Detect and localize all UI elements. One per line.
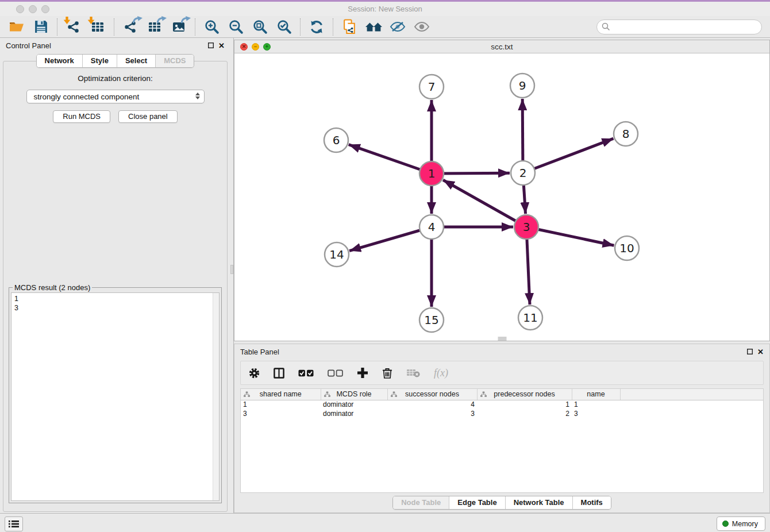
titlebar: Session: New Session xyxy=(0,2,770,16)
float-table-panel-icon[interactable] xyxy=(747,349,753,354)
graph-node-10[interactable]: 10 xyxy=(615,236,639,260)
column-header-name[interactable]: name xyxy=(572,389,620,400)
cell-successor-nodes[interactable]: 4 xyxy=(387,400,477,409)
open-session-icon[interactable] xyxy=(7,18,26,36)
network-view-window: ✕ − + scc.txt 7968124314101511 xyxy=(234,40,770,341)
tab-motifs[interactable]: Motifs xyxy=(572,496,611,509)
graph-edge-1-6[interactable] xyxy=(349,145,432,174)
tab-select[interactable]: Select xyxy=(117,55,155,67)
graph-node-1[interactable]: 1 xyxy=(419,161,444,186)
zoom-in-icon[interactable] xyxy=(202,18,221,36)
memory-status-icon xyxy=(722,521,729,527)
deselect-all-icon[interactable] xyxy=(328,369,343,377)
gear-icon[interactable] xyxy=(249,368,260,379)
close-panel-icon[interactable]: ✕ xyxy=(218,42,225,49)
graph-edge-2-8[interactable] xyxy=(523,138,613,173)
graph-node-9[interactable]: 9 xyxy=(510,74,534,98)
hide-details-icon[interactable] xyxy=(388,18,407,36)
zoom-fit-icon[interactable] xyxy=(250,18,270,36)
search-input[interactable] xyxy=(596,20,762,34)
add-row-icon[interactable] xyxy=(357,367,368,379)
graph-edge-3-1[interactable] xyxy=(443,180,526,227)
criterion-select-value: strongly connected component xyxy=(34,92,140,101)
run-mcds-button[interactable]: Run MCDS xyxy=(53,110,110,123)
graph-node-11[interactable]: 11 xyxy=(518,306,542,330)
column-header-shared-name[interactable]: shared name xyxy=(241,389,321,400)
zoom-out-icon[interactable] xyxy=(226,18,245,36)
table-toolbar: f(x) xyxy=(240,361,764,385)
column-header-predecessor-nodes[interactable]: predecessor nodes xyxy=(477,389,572,400)
graph-node-14[interactable]: 14 xyxy=(325,242,349,267)
import-table-icon[interactable] xyxy=(88,18,107,36)
tab-mcds[interactable]: MCDS xyxy=(155,55,194,67)
column-header-successor-nodes[interactable]: successor nodes xyxy=(387,389,477,400)
canvas-resize-grip[interactable] xyxy=(498,337,506,341)
float-panel-icon[interactable] xyxy=(208,43,214,48)
control-panel: Control Panel ✕ NetworkStyleSelectMCDS O… xyxy=(0,38,230,513)
delete-row-icon[interactable] xyxy=(382,367,392,379)
graph-node-4[interactable]: 4 xyxy=(419,215,444,239)
result-scrollbar[interactable] xyxy=(213,293,219,500)
columns-icon[interactable] xyxy=(274,368,284,379)
select-all-icon[interactable] xyxy=(298,369,314,377)
table-row[interactable]: 3dominator323 xyxy=(241,409,763,418)
export-image-icon[interactable] xyxy=(169,18,188,36)
cell-MCDS-role[interactable]: dominator xyxy=(321,409,387,418)
graph-node-15[interactable]: 15 xyxy=(419,308,444,332)
graph-edge-3-10[interactable] xyxy=(526,227,614,245)
graph-edge-4-14[interactable] xyxy=(349,227,432,251)
mcds-result-fieldset: MCDS result (2 nodes) 13 xyxy=(9,287,222,503)
cell-successor-nodes[interactable]: 3 xyxy=(387,409,477,418)
column-header-MCDS-role[interactable]: MCDS role xyxy=(321,389,387,400)
cell-predecessor-nodes[interactable]: 1 xyxy=(477,400,572,409)
cell-predecessor-nodes[interactable]: 2 xyxy=(477,409,572,418)
network-window-titlebar: ✕ − + scc.txt xyxy=(234,40,769,53)
divider-grip[interactable] xyxy=(230,265,233,274)
toolbar-separator xyxy=(333,18,333,36)
cell-filler xyxy=(620,400,763,409)
optimization-criterion-label: Optimization criterion: xyxy=(3,74,227,83)
home-icon[interactable] xyxy=(364,18,383,36)
cell-shared-name[interactable]: 1 xyxy=(241,400,321,409)
mcds-tab-content: Optimization criterion: strongly connect… xyxy=(3,61,228,512)
svg-text:1: 1 xyxy=(428,167,436,180)
mcds-result-title: MCDS result (2 nodes) xyxy=(13,283,92,292)
tab-node-table[interactable]: Node Table xyxy=(393,496,449,509)
mcds-result-textarea[interactable]: 13 xyxy=(11,292,220,501)
show-details-icon[interactable] xyxy=(412,18,432,36)
close-panel-button[interactable]: Close panel xyxy=(118,110,178,123)
memory-button[interactable]: Memory xyxy=(717,516,765,531)
svg-text:2: 2 xyxy=(519,166,527,180)
graph-node-8[interactable]: 8 xyxy=(614,122,638,146)
graph-node-7[interactable]: 7 xyxy=(419,75,444,99)
table-row[interactable]: 1dominator411 xyxy=(241,400,763,409)
cell-shared-name[interactable]: 3 xyxy=(241,409,321,418)
export-table-icon[interactable] xyxy=(145,18,164,36)
import-network-icon[interactable] xyxy=(64,18,83,36)
cell-name[interactable]: 1 xyxy=(572,400,620,409)
svg-text:6: 6 xyxy=(333,133,340,147)
tab-network[interactable]: Network xyxy=(37,55,82,67)
delete-table-icon xyxy=(406,368,420,377)
tab-network-table[interactable]: Network Table xyxy=(505,496,572,509)
criterion-select[interactable]: strongly connected component xyxy=(26,90,205,103)
result-line: 3 xyxy=(14,303,211,313)
tab-style[interactable]: Style xyxy=(82,55,117,67)
cell-name[interactable]: 3 xyxy=(572,409,620,418)
graph-node-3[interactable]: 3 xyxy=(514,215,538,239)
cell-MCDS-role[interactable]: dominator xyxy=(321,400,387,409)
refresh-icon[interactable] xyxy=(307,18,326,36)
network-file-icon[interactable] xyxy=(340,18,359,36)
svg-text:7: 7 xyxy=(428,80,436,94)
graph-node-2[interactable]: 2 xyxy=(511,161,535,185)
tab-edge-table[interactable]: Edge Table xyxy=(449,496,505,509)
task-history-button[interactable] xyxy=(5,516,23,531)
search-icon xyxy=(602,22,610,33)
export-network-icon[interactable] xyxy=(121,18,140,36)
svg-text:3: 3 xyxy=(523,220,530,234)
graph-node-6[interactable]: 6 xyxy=(324,128,348,152)
network-canvas[interactable]: 7968124314101511 xyxy=(234,53,769,341)
close-table-panel-icon[interactable]: ✕ xyxy=(757,348,764,356)
zoom-selected-icon[interactable] xyxy=(274,18,294,36)
save-session-icon[interactable] xyxy=(31,18,51,36)
